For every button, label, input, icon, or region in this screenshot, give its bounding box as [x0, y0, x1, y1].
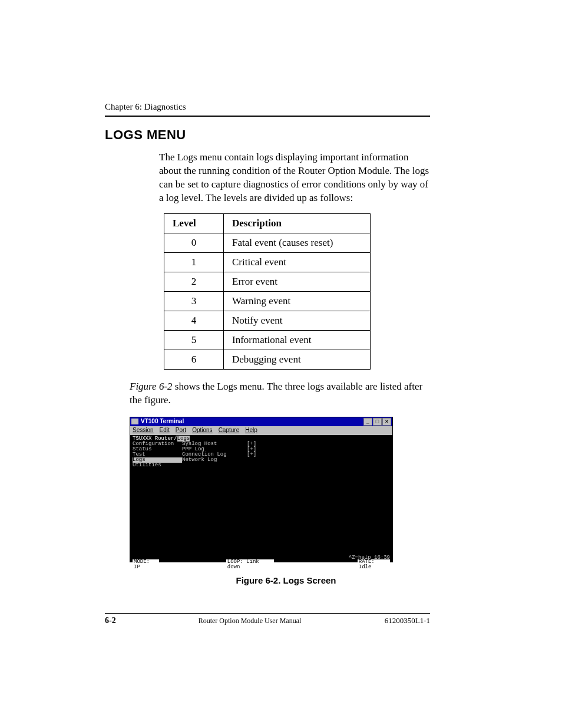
- marker: [+]: [247, 452, 265, 457]
- terminal-window: VT100 Terminal _ □ × Session Edit Port O…: [130, 417, 393, 562]
- menu-session[interactable]: Session: [133, 427, 154, 433]
- table-row: 0Fatal event (causes reset): [164, 233, 371, 252]
- cell-level: 1: [164, 252, 224, 272]
- terminal-body: TSUXXX Router/Logs Configuration Status …: [130, 435, 392, 555]
- rule-top: [105, 116, 430, 117]
- terminal-titlebar: VT100 Terminal _ □ ×: [130, 417, 392, 426]
- marker-column: [+] [+] [+]: [247, 442, 265, 468]
- table-row: 6Debugging event: [164, 350, 371, 369]
- th-level: Level: [164, 213, 224, 233]
- page-number: 6-2: [105, 616, 140, 625]
- figure-number: Figure 6-2: [130, 381, 173, 392]
- figure-caption: Figure 6-2. Logs Screen: [154, 575, 418, 585]
- manual-title: Router Option Module User Manual: [140, 617, 359, 625]
- intro-paragraph: The Logs menu contain logs displaying im…: [105, 151, 430, 205]
- status-rate: RATE: Idle: [358, 559, 390, 570]
- document-number: 61200350L1-1: [359, 616, 430, 625]
- left-column: Configuration Status Test Logs Utilities: [133, 442, 182, 468]
- figure-reference: Figure 6-2 shows the Logs menu. The thre…: [130, 380, 430, 407]
- cell-desc: Critical event: [224, 252, 371, 272]
- status-line: MODE: IP LOOP: Link down RATE: Idle: [133, 559, 390, 570]
- app-icon: [131, 419, 138, 424]
- cell-desc: Error event: [224, 272, 371, 291]
- cell-level: 4: [164, 311, 224, 330]
- terminal-menubar: Session Edit Port Options Capture Help: [130, 426, 392, 435]
- page-footer: 6-2 Router Option Module User Manual 612…: [105, 613, 430, 625]
- section-title: LOGS MENU: [105, 127, 430, 143]
- status-mode: MODE: IP: [133, 559, 159, 570]
- cell-desc: Informational event: [224, 330, 371, 350]
- cell-level: 6: [164, 350, 224, 369]
- cell-level: 3: [164, 291, 224, 311]
- maximize-button[interactable]: □: [373, 418, 382, 426]
- right-item-network-log[interactable]: Network Log: [182, 457, 247, 463]
- cell-desc: Debugging event: [224, 350, 371, 369]
- th-description: Description: [224, 213, 371, 233]
- menu-help[interactable]: Help: [245, 427, 257, 433]
- menu-edit[interactable]: Edit: [160, 427, 170, 433]
- status-loop: LOOP: Link down: [226, 559, 274, 570]
- table-row: 1Critical event: [164, 252, 371, 272]
- right-column: Syslog Host PPP Log Connection Log Netwo…: [182, 442, 247, 468]
- rule-bottom: [105, 613, 430, 614]
- cell-level: 0: [164, 233, 224, 252]
- levels-table: Level Description 0Fatal event (causes r…: [164, 213, 371, 370]
- menu-port[interactable]: Port: [176, 427, 186, 433]
- table-row: 3Warning event: [164, 291, 371, 311]
- chapter-header: Chapter 6: Diagnostics: [105, 102, 430, 112]
- minimize-button[interactable]: _: [363, 418, 372, 426]
- table-header-row: Level Description: [164, 213, 371, 233]
- cell-level: 5: [164, 330, 224, 350]
- table-row: 5Informational event: [164, 330, 371, 350]
- cell-desc: Fatal event (causes reset): [224, 233, 371, 252]
- cell-desc: Notify event: [224, 311, 371, 330]
- table-row: 4Notify event: [164, 311, 371, 330]
- close-button[interactable]: ×: [382, 418, 391, 426]
- terminal-title: VT100 Terminal: [141, 419, 184, 424]
- menu-capture[interactable]: Capture: [219, 427, 240, 433]
- cell-desc: Warning event: [224, 291, 371, 311]
- menu-options[interactable]: Options: [192, 427, 212, 433]
- left-item-utilities[interactable]: Utilities: [133, 463, 182, 468]
- figure-ref-text: shows the Logs menu. The three logs avai…: [130, 381, 422, 406]
- cell-level: 2: [164, 272, 224, 291]
- table-row: 2Error event: [164, 272, 371, 291]
